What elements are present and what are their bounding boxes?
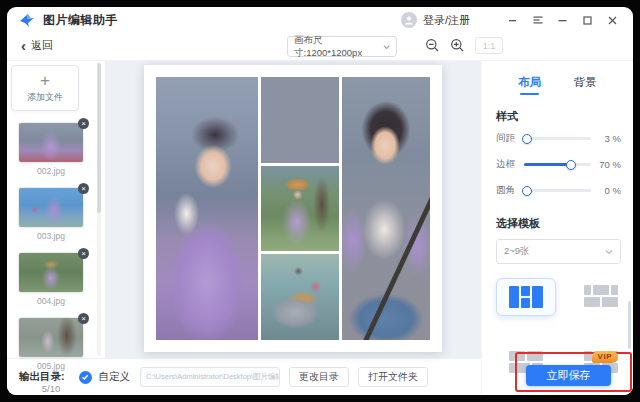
panel-tabs: 布局 背景 [482, 61, 633, 95]
file-name-3: 004.jpg [19, 296, 83, 306]
save-highlight-annotation: VIP 立即保存 [515, 352, 632, 392]
remove-file-icon[interactable]: × [78, 313, 89, 324]
add-file-button[interactable]: + 添加文件 [11, 65, 79, 111]
collage-photo-left[interactable] [156, 77, 258, 340]
custom-option-label[interactable]: 自定义 [99, 370, 131, 384]
collage-photo-middle-bottom[interactable] [261, 254, 339, 340]
output-directory-label: 输出目录: [19, 370, 65, 384]
custom-check-icon[interactable] [79, 371, 92, 384]
plus-icon: + [40, 73, 50, 89]
thumbnail-image-1[interactable] [19, 123, 83, 162]
save-now-button[interactable]: 立即保存 [526, 365, 611, 386]
border-value: 70 % [595, 159, 621, 170]
open-folder-button[interactable]: 打开文件夹 [358, 367, 428, 387]
maximize-button[interactable] [579, 12, 596, 29]
tab-layout[interactable]: 布局 [518, 75, 541, 95]
back-label: 返回 [31, 38, 53, 53]
border-slider[interactable] [524, 163, 591, 166]
file-count: 5/10 [19, 383, 83, 394]
menu-icon[interactable] [529, 12, 546, 29]
spacing-slider[interactable] [524, 137, 591, 140]
slider-row-corner: 圆角 0 % [496, 179, 621, 202]
file-name-2: 003.jpg [19, 231, 83, 241]
template-grid-3x2-icon [584, 285, 618, 307]
thumbnail-image-3[interactable] [19, 253, 83, 292]
login-register-link[interactable]: 登录/注册 [423, 13, 470, 28]
zoom-in-icon[interactable] [450, 38, 465, 53]
minimize-button[interactable] [554, 12, 571, 29]
dash-icon[interactable] [504, 12, 521, 29]
output-path-field[interactable]: C:\Users\Administrator\Desktop\图片编辑 [140, 367, 280, 387]
file-thumbnail-1[interactable]: × 002.jpg [19, 123, 83, 176]
tab-background[interactable]: 背景 [574, 75, 597, 95]
chevron-down-icon [605, 249, 613, 255]
file-thumbnail-3[interactable]: × 004.jpg [19, 253, 83, 306]
add-file-label: 添加文件 [27, 91, 63, 104]
ratio-1-1-button[interactable]: 1:1 [475, 37, 503, 54]
screen: 图片编辑助手 登录/注册 [0, 0, 640, 402]
settings-panel: 布局 背景 样式 间距 3 % 边框 70 % 圆角 0 % [481, 61, 633, 395]
file-name-1: 002.jpg [19, 166, 83, 176]
template-option-selected[interactable] [496, 278, 556, 316]
title-bar: 图片编辑助手 登录/注册 [7, 7, 633, 33]
change-directory-button[interactable]: 更改目录 [289, 367, 349, 387]
file-thumbnail-4[interactable]: × 005.jpg [19, 318, 83, 371]
chevron-left-icon: ‹ [21, 40, 26, 51]
template-option-2[interactable] [572, 278, 630, 314]
thumbnail-image-4[interactable] [19, 318, 83, 357]
app-window: 图片编辑助手 登录/注册 [7, 7, 633, 395]
vip-badge: VIP [592, 351, 618, 363]
thumbnail-image-2[interactable] [19, 188, 83, 227]
template-section-title: 选择模板 [496, 216, 633, 231]
collage-preview[interactable] [144, 65, 442, 352]
corner-radius-value: 0 % [595, 185, 621, 196]
canvas-size-label: 画布尺寸:1200*1200px [294, 34, 383, 60]
remove-file-icon[interactable]: × [78, 183, 89, 194]
style-section-title: 样式 [496, 109, 633, 124]
border-label: 边框 [496, 158, 520, 171]
slider-row-border: 边框 70 % [496, 153, 621, 176]
file-sidebar: + 添加文件 × 002.jpg × 003.jpg [7, 61, 105, 358]
editor-toolbar: ‹ 返回 画布尺寸:1200*1200px 1:1 [7, 33, 633, 61]
slider-knob[interactable] [566, 160, 576, 170]
collage-photo-middle-top[interactable] [261, 77, 339, 163]
slider-row-spacing: 间距 3 % [496, 127, 621, 150]
collage-photo-middle-center[interactable] [261, 166, 339, 252]
template-left-mid-right-icon [509, 286, 543, 308]
chevron-down-icon [383, 44, 390, 50]
app-title: 图片编辑助手 [43, 12, 118, 29]
content-area: + 添加文件 × 002.jpg × 003.jpg [7, 61, 633, 395]
remove-file-icon[interactable]: × [78, 248, 89, 259]
slider-knob[interactable] [522, 134, 532, 144]
spacing-value: 3 % [595, 133, 621, 144]
spacing-label: 间距 [496, 132, 520, 145]
close-button[interactable] [604, 12, 621, 29]
slider-knob[interactable] [522, 186, 532, 196]
template-range-value: 2~9张 [504, 245, 530, 258]
sidebar-scrollbar[interactable] [97, 63, 101, 213]
canvas-area [105, 61, 481, 358]
file-thumbnail-2[interactable]: × 003.jpg [19, 188, 83, 241]
template-range-dropdown[interactable]: 2~9张 [496, 239, 621, 264]
avatar-icon[interactable] [401, 12, 417, 28]
file-name-4: 005.jpg [19, 361, 83, 371]
panel-scrollbar[interactable] [628, 301, 631, 349]
back-button[interactable]: ‹ 返回 [21, 38, 53, 53]
app-logo-icon [19, 12, 36, 29]
canvas-size-dropdown[interactable]: 画布尺寸:1200*1200px [287, 36, 397, 57]
corner-radius-label: 圆角 [496, 184, 520, 197]
remove-file-icon[interactable]: × [78, 118, 89, 129]
zoom-out-icon[interactable] [425, 38, 440, 53]
collage-photo-right[interactable] [342, 77, 430, 340]
corner-radius-slider[interactable] [524, 189, 591, 192]
